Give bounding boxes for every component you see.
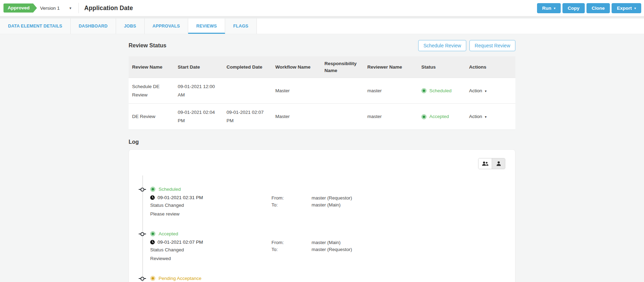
log-title: Log [129,139,515,145]
entry-status: Accepted [150,231,505,236]
col-actions: Actions [466,56,515,78]
top-header-bar: Approved Version 1 ▾ Application Date Ru… [0,0,644,16]
col-completed-date: Completed Date [223,56,272,78]
chevron-down-icon: ▾ [634,6,636,10]
entry-from-to: From: master (Main) To: master (Requesto… [271,240,352,252]
status-dot-icon [150,187,155,192]
clock-icon [150,195,155,200]
entry-comment: Please review [150,211,505,217]
page-content: Review Status Schedule Review Request Re… [0,34,644,282]
entry-status: Pending Acceptance [150,276,505,281]
copy-button[interactable]: Copy [562,3,585,13]
action-dropdown[interactable]: Action ▾ [469,88,486,93]
col-status: Status [418,56,466,78]
version-selector[interactable]: Version 1 ▾ [40,6,71,11]
cell-start-date: 09-01-2021 12:00 AM [174,78,223,104]
status-badge: Approved [3,3,33,13]
timeline-node-icon [139,276,147,281]
cell-status: Accepted [418,104,466,130]
status-badge: Scheduled [421,87,462,95]
log-view-toggle [478,158,505,169]
cell-status: Scheduled [418,78,466,104]
to-value: master (Main) [312,202,352,207]
tab-reviews[interactable]: REVIEWS [188,18,225,34]
cell-reviewer-name: master [364,104,418,130]
col-workflow-name: Workflow Name [272,56,321,78]
version-label: Version 1 [40,6,60,11]
log-entry: Accepted 09-01-2021 02:07 PM Status Chan… [150,231,505,261]
copy-button-label: Copy [568,6,580,11]
user-icon [496,161,501,166]
log-card: Scheduled 09-01-2021 02:31 PM Status Cha… [129,149,515,282]
entry-from-to: From: master (Requestor) To: master (Mai… [271,195,352,207]
log-entry: Scheduled 09-01-2021 02:31 PM Status Cha… [150,187,505,217]
col-start-date: Start Date [174,56,223,78]
to-value: master (Requestor) [312,247,352,252]
cell-start-date: 09-01-2021 02:04 PM [174,104,223,130]
group-view-button[interactable] [478,158,492,169]
cell-review-name: DE Review [129,104,174,130]
to-label: To: [271,202,312,207]
run-button[interactable]: Run ▾ [537,3,561,13]
header-actions: Run ▾ Copy Clone Export ▾ [537,3,641,13]
review-status-header: Review Status Schedule Review Request Re… [129,40,515,51]
col-reviewer-name: Reviewer Name [364,56,418,78]
table-row: Schedule DE Review 09-01-2021 12:00 AM M… [129,78,515,104]
status-dot-icon [150,231,155,236]
col-review-name: Review Name [129,56,174,78]
chevron-down-icon: ▾ [485,89,486,93]
tab-bar: DATA ELEMENT DETAILS DASHBOARD JOBS APPR… [0,18,644,34]
user-view-button[interactable] [492,158,505,169]
col-responsibility-name: Responsibility Name [321,56,364,78]
header-tab-gap [0,16,644,18]
cell-review-name: Schedule DE Review [129,78,174,104]
export-button[interactable]: Export ▾ [612,3,641,13]
table-row: DE Review 09-01-2021 02:04 PM 09-01-2021… [129,104,515,130]
tab-data-element-details[interactable]: DATA ELEMENT DETAILS [0,18,71,34]
cell-responsibility-name [321,78,364,104]
cell-actions: Action ▾ [466,104,515,130]
cell-completed-date [223,78,272,104]
action-dropdown[interactable]: Action ▾ [469,114,486,119]
status-dot-icon [421,88,427,93]
page-title: Application Date [84,5,133,12]
status-dot-icon [421,114,427,119]
table-header-row: Review Name Start Date Completed Date Wo… [129,56,515,78]
tab-approvals[interactable]: APPROVALS [145,18,189,34]
action-dropdown-label: Action [469,88,482,93]
clone-button[interactable]: Clone [586,3,610,13]
clock-icon [150,240,155,244]
cell-completed-date: 09-01-2021 02:07 PM [223,104,272,130]
entry-status: Scheduled [150,187,505,192]
log-entry: Pending Acceptance 09-01-2021 02:04 PM S… [150,276,505,282]
cell-actions: Action ▾ [466,78,515,104]
users-icon [482,161,489,166]
review-status-table: Review Name Start Date Completed Date Wo… [129,56,515,130]
chevron-down-icon: ▾ [485,115,486,119]
request-review-button[interactable]: Request Review [469,40,515,51]
timeline-node-icon [139,187,147,192]
to-label: To: [271,247,312,252]
chevron-down-icon: ▾ [554,6,555,10]
log-timeline: Scheduled 09-01-2021 02:31 PM Status Cha… [139,173,505,282]
timeline-node-icon [139,232,147,236]
cell-responsibility-name [321,104,364,130]
schedule-review-button[interactable]: Schedule Review [418,40,466,51]
from-label: From: [271,240,312,245]
review-status-title: Review Status [129,42,166,49]
cell-workflow-name: Master [272,104,321,130]
tab-jobs[interactable]: JOBS [116,18,145,34]
tab-flags[interactable]: FLAGS [225,18,256,34]
header-divider [78,3,79,13]
export-button-label: Export [617,6,632,11]
log-toolbar [139,158,505,169]
status-dot-icon [150,276,155,281]
action-dropdown-label: Action [469,114,482,119]
tab-dashboard[interactable]: DASHBOARD [71,18,116,34]
from-value: master (Requestor) [312,195,352,201]
chevron-down-icon: ▾ [69,6,71,10]
entry-comment: Reviewed [150,256,505,261]
from-value: master (Main) [312,240,352,245]
cell-reviewer-name: master [364,78,418,104]
clone-button-label: Clone [592,6,605,11]
